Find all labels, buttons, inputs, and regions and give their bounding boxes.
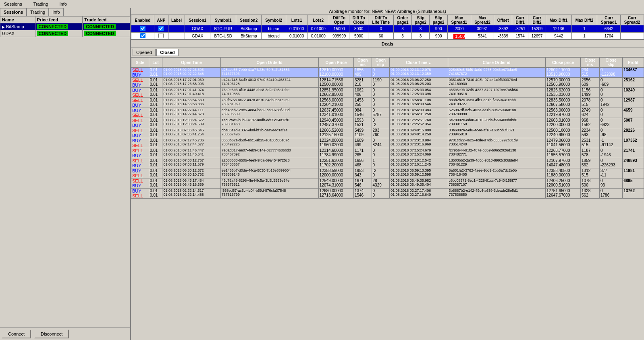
deal-close-price: 12603.0100012200.00000: [545, 118, 580, 128]
deal-close-price: 12107.9760014047.48000: [545, 158, 580, 168]
deal-lot: 0.010.01: [149, 78, 162, 88]
tab-info[interactable]: Info: [49, 8, 63, 16]
deals-row[interactable]: SELL BUY 0.010.01 01.08.2018 07:03:12.76…: [131, 158, 644, 168]
tab-sessions[interactable]: Sessions: [0, 8, 27, 16]
arb-session1: GDAX: [185, 33, 210, 40]
deal-open-price: 12610.0000012180.00000: [318, 68, 353, 78]
deal-close-price: 12570.0000012506.90000: [545, 78, 580, 88]
th-open-orderid: Open OrderId: [220, 58, 318, 68]
arb-enabled-checkbox-2[interactable]: [140, 33, 145, 38]
arb-anp[interactable]: [154, 25, 168, 33]
deals-row[interactable]: BUY SELL 0.010.01 01.08.2018 06:50:12.37…: [131, 168, 644, 178]
deal-side: SELL BUY: [131, 128, 149, 138]
deals-row[interactable]: BUY SELL 0.010.01 01.08.2018 02:22:14.31…: [131, 189, 644, 199]
menu-sessions[interactable]: Sessions: [2, 1, 25, 7]
deals-row[interactable]: SELL BUY 0.010.01 01.08.2018 07:11:46.44…: [131, 148, 644, 158]
deals-row[interactable]: BUY SELL 0.010.01 01.08.2018 07:17:45.78…: [131, 138, 644, 148]
deal-close-orderid: 03a6082a-5ef6-4c4e-af16-160ccd6f86217389…: [448, 128, 545, 138]
deal-close-slip: 0-98: [600, 128, 623, 138]
arb-th-lots2: Lots2: [307, 15, 329, 25]
arb-th-label: Label: [168, 15, 185, 25]
th-open-time: Open Time: [162, 58, 220, 68]
deal-close-orderid: c6bc08971-8ec1-4228-91cc-7c940f158f77738…: [448, 178, 545, 189]
deal-close-ms: 11561499: [581, 88, 600, 98]
sessions-table: Name Price feed Trade feed ▶ BitStamp CO…: [0, 16, 130, 37]
arb-slip-page2b: 900: [430, 33, 448, 40]
menu-info[interactable]: Info: [57, 1, 69, 7]
arb-curr-spread2: [621, 33, 644, 40]
deal-profit: 28226: [623, 128, 644, 138]
deal-close-ms: 1187578: [581, 148, 600, 158]
session-pricefeed: CONNECTED: [35, 30, 83, 37]
deals-row[interactable]: SELL BUY 0.010.01 01.08.2018 06:46:17.48…: [131, 178, 644, 189]
tab-closed[interactable]: Closed: [156, 49, 179, 56]
left-panel-tabs: Sessions Trading Info: [0, 8, 130, 16]
arb-enabled[interactable]: [131, 25, 154, 33]
deal-close-slip: 0-122898: [600, 68, 623, 78]
deal-profit: 11981: [623, 168, 644, 178]
deal-close-price: 12406.2500012000.51000: [545, 178, 580, 189]
deal-open-orderid: ee1456b7-d0de-44ca-8030-7b13e88996047383…: [220, 168, 318, 178]
deals-row[interactable]: SELL BUY 0.010.01 01.09.2018 02:07:23.50…: [131, 68, 644, 78]
arb-curr-diff2: 12697: [528, 33, 546, 40]
deals-row[interactable]: SELL BUY 0.010.01 01.08.2018 14:56:54.53…: [131, 98, 644, 108]
session-row-gdax[interactable]: GDAX CONNECTED CONNECTED: [0, 30, 130, 37]
arb-th-curr-diff2: CurrDiff2: [528, 15, 546, 25]
deal-close-time: 01.08.2018 23:08:27.25001.08.2018 23:08:…: [390, 78, 448, 88]
deal-open-ms: 1453250: [353, 98, 372, 108]
arb-session2: BitStamp: [236, 33, 262, 40]
disconnect-button[interactable]: Disconnect: [34, 330, 69, 338]
deal-close-slip: 0-1946: [600, 148, 623, 158]
arb-enabled[interactable]: [131, 33, 154, 40]
left-panel: Sessions Trading Info Name Price feed Tr…: [0, 8, 131, 340]
deals-row[interactable]: SELL BUY 0.010.01 01.08.2018 07:36:45.64…: [131, 128, 644, 138]
deal-profit: 12987: [623, 98, 644, 108]
deals-row[interactable]: BUY SELL 0.010.01 01.08.2018 14:27:44.11…: [131, 108, 644, 118]
arb-table: Enabled ANP Label Session1 Symbol1 Sessi…: [131, 15, 644, 40]
deal-open-ms: 13741546: [353, 189, 372, 199]
arb-anp-checkbox[interactable]: [158, 26, 164, 31]
deal-close-time: 01.09.2018 02:13:12.07801.09.2018 02:13:…: [390, 68, 448, 78]
deal-close-price: 12826.6200012535.03000: [545, 88, 580, 98]
deal-close-slip: 0-226293: [600, 158, 623, 168]
th-side: Side: [131, 58, 149, 68]
arb-curr-diff2: 15209: [528, 25, 546, 33]
arb-enabled-checkbox[interactable]: [140, 26, 145, 31]
deal-close-price: 12358.4050011880.00000: [545, 168, 580, 178]
arb-th-diff-open: Diff ToOpen: [329, 15, 349, 25]
tab-opened[interactable]: Opened: [133, 49, 156, 56]
deal-open-slip: 00: [372, 68, 390, 78]
arb-th-slip-page2b: Slippage2: [430, 15, 448, 25]
tab-trading[interactable]: Trading: [27, 8, 49, 16]
deal-close-orderid: c36b5e9b-32d5-4227-8727-1979ee7a5b567401…: [448, 88, 545, 98]
deal-open-ms: 1609499: [353, 138, 372, 148]
deal-close-slip: 093: [600, 178, 623, 189]
session-row-bitstamp[interactable]: ▶ BitStamp CONNECTED CONNECTED: [0, 23, 130, 30]
deal-open-orderid: d28ace55-7ebb-41a7-b23e-69f8a7a818837416…: [220, 68, 318, 78]
deal-close-price: 12500.1000012240.99000: [545, 128, 580, 138]
th-lot: Lot: [149, 58, 162, 68]
arb-row-2[interactable]: GDAX BTC-USD BitStamp btcusd 0.01000 0.0…: [131, 33, 644, 40]
arb-offset: -3392: [494, 25, 512, 33]
deals-row[interactable]: SELL BUY 0.010.01 01.08.2018 17:27:01.06…: [131, 78, 644, 88]
deal-close-ms: 2749624: [581, 108, 600, 118]
page-title: Arbitrage monitor for: NEW: NEW: Arbitra…: [131, 8, 644, 15]
deal-open-slip: 00: [372, 148, 390, 158]
arb-row-1[interactable]: GDAX BTC-EUR BitStamp btceur 0.01000 0.0…: [131, 25, 644, 33]
deal-close-orderid: 6e78902e-eda8-4010-98da-f559408dabd67393…: [448, 118, 545, 128]
deals-title: Deals: [131, 40, 644, 48]
arb-diff-close: 5000: [349, 33, 368, 40]
arb-anp-checkbox-2[interactable]: [158, 33, 164, 38]
th-close-time[interactable]: Close Time: [390, 58, 448, 68]
deal-close-time: 01.08.2018 07:10:12.54201.08.2018 07:10:…: [390, 158, 448, 168]
arb-slip-page2b: 900: [430, 25, 448, 33]
menu-trading[interactable]: Trading: [31, 1, 51, 7]
deal-close-ms: 2656609: [581, 78, 600, 88]
deal-open-ms: 1171265: [353, 148, 372, 158]
connect-button[interactable]: Connect: [2, 330, 31, 338]
deals-row[interactable]: BUY SELL 0.010.01 01.08.2018 17:01:41.07…: [131, 88, 644, 98]
arb-anp[interactable]: [154, 33, 168, 40]
deals-row[interactable]: SELL BUY 0.010.01 01.08.2018 12:08:24.57…: [131, 118, 644, 128]
deal-lot: 0.010.01: [149, 128, 162, 138]
deals-table-container[interactable]: Side Lot Open Time Open OrderId Open Pri…: [131, 57, 644, 335]
